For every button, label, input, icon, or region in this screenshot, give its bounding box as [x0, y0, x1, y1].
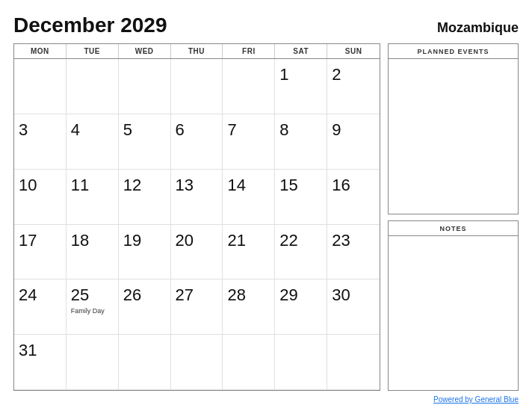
day-number: 3: [19, 120, 28, 140]
day-number: 6: [176, 120, 185, 140]
day-cell: 3: [14, 114, 66, 170]
day-number: 23: [332, 231, 350, 250]
calendar-grid: 1234567891011121314151617181920212223242…: [14, 59, 380, 390]
day-number: 11: [71, 176, 89, 195]
day-number: 5: [123, 120, 132, 140]
day-cell: 25Family Day: [66, 279, 119, 335]
day-cell: 27: [171, 279, 223, 335]
day-cell: 10: [14, 170, 66, 225]
day-number: 26: [123, 285, 141, 305]
day-cell: [66, 59, 119, 114]
day-number: 21: [227, 231, 245, 250]
day-number: 16: [332, 176, 350, 195]
day-cell: [171, 335, 223, 390]
day-cell: 11: [66, 170, 119, 225]
day-number: 13: [176, 176, 194, 195]
calendar-section: MONTUEWEDTHUFRISATSUN 123456789101112131…: [13, 43, 380, 391]
day-number: 7: [227, 120, 236, 140]
notes-content: [389, 236, 518, 391]
day-header: SAT: [275, 44, 327, 58]
day-cell: 8: [275, 114, 327, 170]
day-number: 19: [123, 231, 141, 250]
day-number: 25: [71, 285, 89, 305]
day-number: 18: [71, 231, 89, 250]
day-number: 31: [19, 341, 37, 360]
planned-events-box: PLANNED EVENTS: [388, 43, 519, 214]
day-cell: 28: [223, 279, 275, 335]
country-title: Mozambique: [437, 20, 519, 36]
day-cell: 16: [327, 170, 380, 225]
day-number: 17: [19, 231, 37, 250]
day-cell: 1: [275, 59, 327, 114]
day-cell: 15: [275, 170, 327, 225]
planned-events-content: [389, 59, 518, 214]
day-number: 2: [332, 65, 341, 84]
day-cell: [119, 335, 171, 390]
day-cell: 7: [223, 114, 275, 170]
day-header: THU: [171, 44, 223, 58]
day-cell: 2: [327, 59, 380, 114]
day-number: 14: [227, 176, 245, 195]
day-cell: 12: [119, 170, 171, 225]
calendar-page: December 2029 Mozambique MONTUEWEDTHUFRI…: [0, 0, 532, 411]
day-number: 29: [279, 285, 297, 305]
day-cell: [66, 335, 119, 390]
notes-title: NOTES: [389, 221, 518, 236]
day-cell: 30: [327, 279, 380, 335]
day-header: FRI: [223, 44, 275, 58]
day-number: 22: [279, 231, 297, 250]
day-cell: 6: [171, 114, 223, 170]
day-number: 1: [279, 65, 288, 84]
day-number: 24: [19, 285, 37, 305]
day-cell: [171, 59, 223, 114]
day-cell: [14, 59, 66, 114]
day-cell: 20: [171, 225, 223, 280]
day-cell: 31: [14, 335, 66, 390]
day-cell: 17: [14, 225, 66, 280]
day-cell: 19: [119, 225, 171, 280]
day-header: SUN: [327, 44, 380, 58]
day-cell: 24: [14, 279, 66, 335]
day-cell: 22: [275, 225, 327, 280]
day-number: 12: [123, 176, 141, 195]
day-number: 30: [332, 285, 350, 305]
day-cell: [327, 335, 380, 390]
sidebar: PLANNED EVENTS NOTES: [388, 43, 519, 391]
day-header: MON: [14, 44, 66, 58]
day-cell: [223, 335, 275, 390]
day-cell: 4: [66, 114, 119, 170]
day-cell: [275, 335, 327, 390]
day-cell: 14: [223, 170, 275, 225]
header: December 2029 Mozambique: [13, 13, 519, 37]
day-header: WED: [119, 44, 171, 58]
footer: Powered by General Blue: [13, 395, 519, 404]
day-cell: 26: [119, 279, 171, 335]
day-cell: 29: [275, 279, 327, 335]
day-number: 9: [332, 120, 341, 140]
planned-events-title: PLANNED EVENTS: [389, 44, 518, 59]
day-cell: 13: [171, 170, 223, 225]
day-cell: 23: [327, 225, 380, 280]
day-cell: 9: [327, 114, 380, 170]
day-number: 20: [176, 231, 194, 250]
day-cell: 5: [119, 114, 171, 170]
day-number: 4: [71, 120, 80, 140]
day-cell: [119, 59, 171, 114]
main-content: MONTUEWEDTHUFRISATSUN 123456789101112131…: [13, 43, 519, 391]
event-label: Family Day: [71, 307, 105, 315]
month-title: December 2029: [13, 13, 167, 37]
day-number: 27: [176, 285, 194, 305]
day-number: 10: [19, 176, 37, 195]
day-number: 8: [279, 120, 288, 140]
day-headers: MONTUEWEDTHUFRISATSUN: [14, 44, 380, 59]
footer-link[interactable]: Powered by General Blue: [433, 395, 519, 404]
day-cell: 21: [223, 225, 275, 280]
day-number: 15: [279, 176, 297, 195]
day-cell: [223, 59, 275, 114]
notes-box: NOTES: [388, 220, 519, 392]
day-cell: 18: [66, 225, 119, 280]
day-header: TUE: [66, 44, 119, 58]
day-number: 28: [227, 285, 245, 305]
